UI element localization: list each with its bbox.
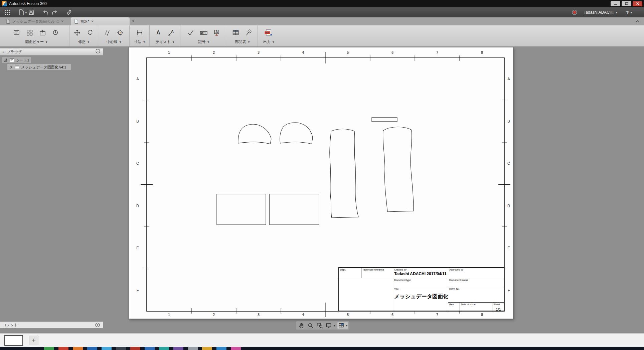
title-block[interactable]: Dept. Technical reference Created by Tad… bbox=[338, 267, 504, 311]
datum-identifier-button[interactable]: A bbox=[211, 27, 222, 38]
pattern-piece-rectangle-1[interactable] bbox=[217, 194, 266, 225]
text-button[interactable]: A bbox=[153, 27, 164, 38]
drawing-sheet[interactable]: 1 2 3 4 5 6 7 8 1 2 3 4 5 6 7 8 A B C D … bbox=[129, 47, 513, 319]
user-menu-caret-icon: ▼ bbox=[616, 11, 618, 14]
taskbar-app-icon[interactable] bbox=[73, 347, 83, 350]
taskbar-app-icon[interactable] bbox=[87, 347, 97, 350]
zone-column-label: 3 bbox=[258, 313, 260, 317]
zoom-window-button[interactable] bbox=[316, 322, 324, 329]
title-bar: F Autodesk Fusion 360 bbox=[0, 0, 644, 7]
parts-list-table-button[interactable] bbox=[230, 27, 241, 38]
undo-icon[interactable] bbox=[41, 8, 50, 16]
pattern-piece-back-panel[interactable] bbox=[383, 127, 414, 212]
projected-view-button[interactable] bbox=[24, 27, 35, 38]
maximize-button[interactable] bbox=[622, 1, 631, 6]
ribbon-collapse-button[interactable] bbox=[634, 19, 641, 24]
move-button[interactable] bbox=[72, 27, 83, 38]
record-icon[interactable] bbox=[570, 8, 579, 16]
ribbon-group-menu[interactable]: 寸法▼ bbox=[134, 39, 145, 44]
pattern-piece-sleeve-right[interactable] bbox=[280, 123, 313, 144]
comment-label: コメント bbox=[3, 323, 92, 328]
leader-text-button[interactable]: A bbox=[166, 27, 177, 38]
zone-column-label: 1 bbox=[168, 50, 170, 54]
minimize-panel-icon[interactable] bbox=[95, 48, 101, 55]
close-button[interactable] bbox=[633, 1, 642, 6]
zoom-button[interactable] bbox=[306, 322, 315, 329]
feature-control-frame-button[interactable]: 1 bbox=[198, 27, 209, 38]
taskbar-app-icon[interactable] bbox=[102, 347, 112, 350]
sheet-label: Sheet bbox=[493, 303, 503, 306]
section-view-button[interactable] bbox=[37, 27, 48, 38]
base-view-button[interactable] bbox=[11, 27, 22, 38]
viewport-layout-button[interactable]: ▼ bbox=[337, 322, 349, 329]
browser-item-mesh-view[interactable]: メッシュデータ図面化 v4:1 bbox=[7, 64, 71, 70]
save-icon[interactable] bbox=[27, 8, 35, 16]
file-menu-icon[interactable]: ▼ bbox=[18, 8, 27, 16]
zone-row-label: C bbox=[507, 161, 510, 165]
svg-text:1: 1 bbox=[204, 32, 206, 35]
add-comment-icon[interactable] bbox=[95, 322, 100, 328]
taskbar-app-icon[interactable] bbox=[44, 347, 54, 350]
browser-item-sheet1[interactable]: シート1 bbox=[2, 57, 31, 63]
zone-row-label: C bbox=[136, 161, 139, 165]
tab-label: 無題* bbox=[80, 19, 89, 24]
surface-finish-button[interactable] bbox=[185, 27, 196, 38]
redo-icon[interactable] bbox=[50, 8, 59, 16]
tab-close-icon[interactable]: ✕ bbox=[91, 20, 94, 23]
ribbon-group-menu[interactable]: 部品表▼ bbox=[235, 39, 250, 44]
pattern-piece-sleeve-left[interactable] bbox=[238, 124, 271, 144]
expand-arrow-icon[interactable] bbox=[9, 65, 13, 69]
add-sheet-button[interactable]: + bbox=[29, 336, 38, 345]
data-panel-grid-icon[interactable] bbox=[3, 8, 12, 16]
output-pdf-button[interactable]: PDF bbox=[263, 27, 274, 38]
taskbar-app-icon[interactable] bbox=[116, 347, 126, 350]
display-settings-button[interactable]: ▼ bbox=[325, 322, 336, 329]
tab-mesh-document[interactable]: メッシュデータ図面化 v5 ○ ✕ bbox=[3, 17, 67, 25]
rotate-button[interactable] bbox=[85, 27, 96, 38]
document-icon bbox=[74, 19, 78, 24]
ribbon-group-menu[interactable]: 出力▼ bbox=[263, 39, 274, 44]
dimension-button[interactable] bbox=[134, 27, 145, 38]
link-icon[interactable] bbox=[65, 8, 73, 16]
detail-view-button[interactable] bbox=[50, 27, 61, 38]
balloon-button[interactable]: 1 bbox=[244, 27, 254, 38]
ribbon-group-menu[interactable]: テキスト▼ bbox=[156, 39, 174, 44]
comment-bar[interactable]: コメント bbox=[0, 322, 103, 328]
taskbar-app-icon[interactable] bbox=[58, 347, 68, 350]
fusion-logo-icon: F bbox=[2, 1, 7, 6]
pan-button[interactable] bbox=[297, 322, 305, 329]
taskbar-app-icon[interactable] bbox=[216, 347, 226, 350]
centerline-button[interactable] bbox=[102, 27, 113, 38]
sheet1-thumbnail[interactable] bbox=[4, 335, 23, 346]
pattern-piece-strip[interactable] bbox=[372, 118, 397, 122]
zone-column-label: 6 bbox=[391, 313, 393, 317]
minimize-button[interactable] bbox=[611, 1, 620, 6]
taskbar-app-icon[interactable] bbox=[159, 347, 169, 350]
user-account-menu[interactable]: Tadashi ADACHI ▼ bbox=[584, 10, 617, 15]
ribbon-group-menu[interactable]: 図面ビュー▼ bbox=[25, 39, 47, 44]
ribbon-group-menu[interactable]: 修正▼ bbox=[78, 39, 89, 44]
tab-list-dropdown[interactable]: ▼ bbox=[130, 17, 136, 25]
titleblock-empty-cell bbox=[339, 278, 393, 311]
pattern-piece-rectangle-2[interactable] bbox=[270, 194, 319, 225]
taskbar-app-icon[interactable] bbox=[231, 347, 241, 350]
titleblock-dwg-no-cell: DWG No. bbox=[448, 287, 504, 303]
taskbar-app-icon[interactable] bbox=[188, 347, 198, 350]
taskbar-app-icon[interactable] bbox=[130, 347, 140, 350]
titleblock-technical-reference-cell: Technical reference bbox=[361, 268, 393, 278]
ribbon-group-menu[interactable]: 中心線▼ bbox=[107, 39, 121, 44]
pattern-piece-front-panel[interactable] bbox=[330, 129, 358, 218]
tab-untitled[interactable]: 無題* ✕ bbox=[71, 17, 130, 25]
center-mark-button[interactable] bbox=[115, 27, 126, 38]
help-menu[interactable]: ? ▼ bbox=[626, 10, 632, 15]
taskbar-app-icon[interactable] bbox=[145, 347, 155, 350]
drawing-canvas[interactable]: 1 2 3 4 5 6 7 8 1 2 3 4 5 6 7 8 A B C D … bbox=[0, 47, 644, 333]
taskbar-app-icon[interactable] bbox=[173, 347, 183, 350]
taskbar-app-icon[interactable] bbox=[202, 347, 212, 350]
collapse-panel-icon[interactable]: « bbox=[2, 50, 4, 54]
ribbon-group-menu[interactable]: 記号▼ bbox=[198, 39, 209, 44]
sheet-tab-strip: + bbox=[0, 333, 644, 347]
tab-status-icon: ○ bbox=[56, 20, 59, 23]
tab-close-icon[interactable]: ✕ bbox=[61, 20, 64, 23]
caret-down-icon: ▼ bbox=[334, 324, 335, 327]
